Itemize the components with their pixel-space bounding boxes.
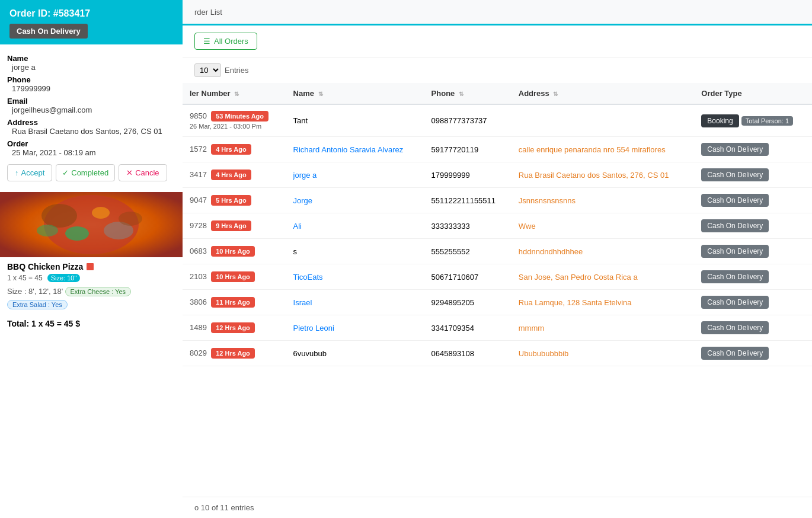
cod-button[interactable]: Cash On Delivery — [701, 321, 769, 334]
extra-salad-badge: Extra Salad : Yes — [7, 300, 68, 309]
table-row[interactable]: 9850 53 Minutes Ago26 Mar, 2021 - 03:00 … — [183, 104, 812, 137]
address-link[interactable]: Rua Brasil Caetano dos Santos, 276, CS 0… — [519, 171, 669, 180]
email-value: jorgeilheus@gmail.com — [7, 105, 175, 114]
entries-count: o 10 of 11 entries — [194, 503, 254, 512]
name-link[interactable]: Richard Antonio Saravia Alvarez — [293, 145, 404, 154]
table-row[interactable]: 2103 10 Hrs AgoTicoEats50671710607San Jo… — [183, 264, 812, 290]
payment-method-badge: Cash On Delivery — [9, 24, 88, 39]
cell-name[interactable]: TicoEats — [286, 264, 424, 290]
list-icon: ☰ — [203, 37, 210, 46]
time-badge: 4 Hrs Ago — [211, 144, 251, 155]
cell-name[interactable]: Israel — [286, 290, 424, 315]
order-number: 9728 — [190, 221, 207, 230]
address-link[interactable]: hddnndndhhdhhee — [519, 247, 583, 256]
cell-phone: 0645893108 — [424, 341, 512, 366]
address-value: Rua Brasil Caetano dos Santos, 276, CS 0… — [7, 127, 175, 136]
cell-phone: 551122211155511 — [424, 188, 512, 213]
cell-phone: 3341709354 — [424, 315, 512, 341]
cell-name[interactable]: Pietro Leoni — [286, 315, 424, 341]
orders-table: ler Number ⇅ Name ⇅ Phone ⇅ Address ⇅ — [183, 83, 812, 366]
time-badge: 5 Hrs Ago — [211, 195, 251, 206]
cancel-button[interactable]: ✕ Cancle — [119, 164, 167, 181]
cell-address: San Jose, San Pedro Costa Rica a — [512, 264, 695, 290]
cell-order-number: 9850 53 Minutes Ago26 Mar, 2021 - 03:00 … — [183, 104, 286, 137]
name-link[interactable]: jorge a — [293, 171, 317, 180]
svg-point-6 — [37, 225, 58, 236]
cod-button[interactable]: Cash On Delivery — [701, 143, 769, 156]
name-link[interactable]: TicoEats — [293, 273, 323, 282]
address-link[interactable]: mmmm — [519, 324, 544, 332]
name-link[interactable]: Ali — [293, 222, 302, 231]
col-order-type: Order Type — [694, 83, 812, 104]
cod-button[interactable]: Cash On Delivery — [701, 245, 769, 258]
cell-name[interactable]: jorge a — [286, 162, 424, 188]
cell-name[interactable]: Jorge — [286, 188, 424, 213]
table-row[interactable]: 9728 9 Hrs AgoAli333333333WweCash On Del… — [183, 213, 812, 239]
address-link[interactable]: Jsnnsnsnsnsnns — [519, 196, 576, 205]
name-link[interactable]: Pietro Leoni — [293, 324, 334, 332]
address-link[interactable]: Ububububbbib — [519, 349, 569, 358]
table-row[interactable]: 3417 4 Hrs Agojorge a179999999Rua Brasil… — [183, 162, 812, 188]
order-number: 3806 — [190, 298, 207, 306]
all-orders-button[interactable]: ☰ All Orders — [194, 33, 257, 50]
col-name-label: Name — [293, 89, 314, 98]
cell-phone: 555255552 — [424, 239, 512, 264]
time-badge: 11 Hrs Ago — [211, 297, 255, 308]
cod-button[interactable]: Cash On Delivery — [701, 296, 769, 309]
extra-cheese-badge: Extra Cheese : Yes — [65, 287, 132, 296]
name-link[interactable]: Jorge — [293, 196, 313, 205]
completed-button[interactable]: ✓ Completed — [56, 164, 115, 181]
cod-button[interactable]: Cash On Delivery — [701, 347, 769, 360]
order-number: 1572 — [190, 145, 207, 154]
accept-button[interactable]: ↑ Accept — [7, 164, 52, 181]
entries-select[interactable]: 10 25 50 — [194, 63, 221, 77]
time-badge: 12 Hrs Ago — [211, 348, 255, 359]
col-order-type-label: Order Type — [701, 89, 741, 98]
cancel-label: Cancle — [135, 168, 159, 177]
cell-phone: 0988777373737 — [424, 104, 512, 137]
table-container: ler Number ⇅ Name ⇅ Phone ⇅ Address ⇅ — [183, 83, 812, 497]
email-label: Email — [7, 97, 175, 105]
time-badge: 12 Hrs Ago — [211, 322, 255, 333]
order-number: 1489 — [190, 323, 207, 332]
address-link[interactable]: Wwe — [519, 222, 536, 231]
cell-name[interactable]: Ali — [286, 213, 424, 239]
cell-phone: 59177720119 — [424, 137, 512, 162]
order-date-value: 25 Mar, 2021 - 08:19 am — [7, 148, 175, 157]
order-number: 2103 — [190, 272, 207, 281]
phone-label: Phone — [7, 75, 175, 84]
svg-point-2 — [41, 204, 77, 228]
sort-icon-name: ⇅ — [318, 91, 323, 97]
cell-order-type: BookingTotal Person: 1 — [694, 104, 812, 137]
cod-button[interactable]: Cash On Delivery — [701, 219, 769, 232]
cell-order-type: Cash On Delivery — [694, 290, 812, 315]
time-badge: 4 Hrs Ago — [211, 170, 251, 180]
order-label: Order — [7, 139, 175, 148]
table-row[interactable]: 9047 5 Hrs AgoJorge551122211155511Jsnnsn… — [183, 188, 812, 213]
cod-button[interactable]: Cash On Delivery — [701, 270, 769, 283]
pizza-title: BBQ Chicken Pizza — [7, 262, 83, 271]
cell-order-number: 0683 10 Hrs Ago — [183, 239, 286, 264]
cell-name[interactable]: Richard Antonio Saravia Alvarez — [286, 137, 424, 162]
table-row[interactable]: 3806 11 Hrs AgoIsrael9294895205Rua Lamqu… — [183, 290, 812, 315]
booking-button[interactable]: Booking — [701, 114, 739, 127]
col-phone: Phone ⇅ — [424, 83, 512, 104]
table-row[interactable]: 8029 12 Hrs Ago6vuvubub0645893108Ubububu… — [183, 341, 812, 366]
cod-button[interactable]: Cash On Delivery — [701, 168, 769, 181]
left-panel: Order ID: #583417 Cash On Delivery Name … — [0, 0, 183, 518]
table-row[interactable]: 1489 12 Hrs AgoPietro Leoni3341709354mmm… — [183, 315, 812, 341]
table-row[interactable]: 0683 10 Hrs Agos555255552hddnndndhhdhhee… — [183, 239, 812, 264]
address-link[interactable]: Rua Lamque, 128 Santa Etelvina — [519, 298, 632, 307]
time-badge: 9 Hrs Ago — [211, 220, 251, 231]
address-link[interactable]: San Jose, San Pedro Costa Rica a — [519, 273, 638, 282]
address-link[interactable]: calle enrique penaranda nro 554 miraflor… — [519, 145, 666, 154]
cod-button[interactable]: Cash On Delivery — [701, 194, 769, 207]
col-name: Name ⇅ — [286, 83, 424, 104]
table-row[interactable]: 1572 4 Hrs AgoRichard Antonio Saravia Al… — [183, 137, 812, 162]
cell-order-number: 8029 12 Hrs Ago — [183, 341, 286, 366]
name-label: Name — [7, 54, 175, 63]
order-number: 8029 — [190, 348, 207, 357]
cell-order-type: Cash On Delivery — [694, 264, 812, 290]
cell-order-number: 9728 9 Hrs Ago — [183, 213, 286, 239]
name-link[interactable]: Israel — [293, 298, 312, 307]
